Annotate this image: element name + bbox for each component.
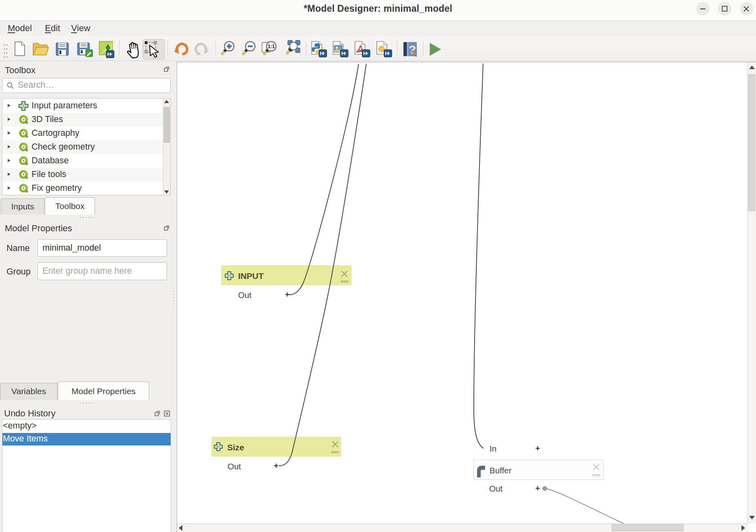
svg-text:Out: Out: [228, 462, 241, 471]
svg-text:1:1: 1:1: [268, 44, 275, 49]
svg-text:Size: Size: [227, 443, 244, 452]
svg-text:In: In: [490, 444, 496, 453]
svg-text:INPUT: INPUT: [238, 271, 264, 281]
svg-text:Buffer: Buffer: [490, 466, 511, 475]
svg-text:Out: Out: [489, 484, 503, 493]
svg-text:Out: Out: [238, 290, 251, 300]
